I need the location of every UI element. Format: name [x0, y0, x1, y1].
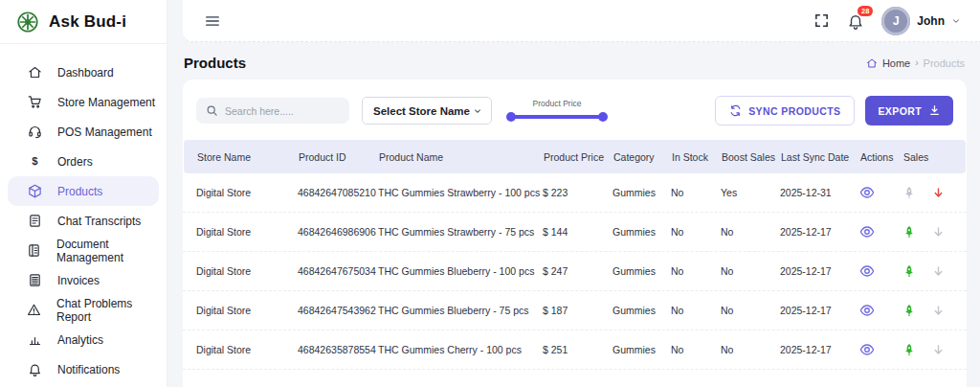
menu-toggle-icon[interactable] — [204, 12, 221, 30]
table-header-row: Store Name Product ID Product Name Produ… — [184, 140, 966, 173]
download-icon — [928, 104, 941, 117]
sidebar-item-label: Orders — [57, 155, 93, 169]
col-in-stock: In Stock — [672, 151, 722, 163]
chevron-down-icon — [473, 106, 482, 116]
export-button[interactable]: EXPORT — [865, 96, 953, 125]
user-menu[interactable]: J John — [881, 7, 961, 35]
cell-category: Gummies — [612, 305, 671, 316]
cell-boost-sales: No — [721, 344, 780, 355]
flower-logo-icon — [15, 10, 40, 34]
sales-down-arrow-icon[interactable] — [932, 226, 945, 239]
cell-product-id: 46842635878554 — [298, 344, 378, 355]
brand-logo[interactable]: Ask Bud-i — [0, 0, 167, 44]
cell-sales — [902, 225, 967, 239]
cell-product-name: THC Gummies Cherry - 100 pcs — [378, 344, 543, 355]
sales-down-arrow-icon[interactable] — [932, 305, 945, 317]
sales-down-arrow-icon[interactable] — [932, 344, 945, 356]
analytics-icon — [27, 332, 42, 348]
view-product-eye-icon[interactable] — [859, 185, 875, 200]
products-table: Store Name Product ID Product Name Produ… — [183, 140, 967, 370]
boost-rocket-icon[interactable] — [902, 225, 916, 239]
boost-rocket-icon[interactable] — [902, 343, 916, 356]
col-last-sync-date: Last Sync Date — [781, 151, 860, 163]
breadcrumb: Home › Products — [866, 57, 965, 69]
notifications-bell[interactable]: 28 — [847, 12, 864, 30]
store-select-value: Select Store Name — [373, 105, 470, 117]
cell-store-name: Digital Store — [183, 344, 298, 355]
cell-last-sync-date: 2025-12-17 — [780, 265, 859, 277]
sidebar-item-label: Dashboard — [57, 66, 114, 80]
sidebar-item-dashboard[interactable]: Dashboard — [8, 57, 159, 87]
sidebar-item-label: Chat Transcripts — [57, 215, 141, 228]
cell-actions — [859, 263, 902, 279]
sidebar-item-document-management[interactable]: Document Management — [8, 236, 159, 265]
view-product-eye-icon[interactable] — [859, 303, 875, 318]
price-slider-label: Product Price — [508, 99, 606, 108]
cell-store-name: Digital Store — [183, 187, 298, 198]
cell-boost-sales: Yes — [721, 187, 780, 198]
cell-last-sync-date: 2025-12-31 — [780, 187, 859, 198]
cell-store-name: Digital Store — [183, 265, 298, 277]
fullscreen-icon[interactable] — [813, 12, 830, 29]
sales-down-arrow-icon[interactable] — [932, 187, 945, 199]
bell-icon — [27, 362, 42, 377]
notification-count-badge: 28 — [858, 6, 873, 17]
view-product-eye-icon[interactable] — [859, 224, 875, 239]
boost-rocket-icon[interactable] — [902, 304, 916, 317]
sidebar-item-orders[interactable]: $ Orders — [8, 147, 159, 176]
app-root: Ask Bud-i Dashboard Store Management POS… — [0, 0, 980, 387]
col-boost-sales: Boost Sales — [722, 151, 781, 163]
home-icon — [27, 65, 42, 80]
sidebar-item-analytics[interactable]: Analytics — [8, 325, 159, 354]
sync-products-label: SYNC PRODUCTS — [748, 105, 840, 117]
cell-in-stock: No — [671, 187, 721, 198]
sidebar-item-store-management[interactable]: Store Management — [8, 87, 159, 117]
cell-sales — [902, 186, 967, 199]
table-row: Digital Store 46842647085210 THC Gummies… — [183, 173, 967, 213]
breadcrumb-home-link[interactable]: Home — [882, 57, 910, 69]
sales-down-arrow-icon[interactable] — [932, 265, 945, 278]
page-header: Products Home › Products — [167, 42, 980, 80]
sidebar-nav: Dashboard Store Management POS Managemen… — [0, 44, 167, 384]
chevron-down-icon — [951, 16, 961, 26]
sidebar-item-notifications[interactable]: Notifications — [8, 354, 159, 384]
sidebar-item-label: Chat Problems Report — [56, 297, 159, 324]
cell-product-name: THC Gummies Strawberry - 75 pcs — [378, 226, 543, 238]
cell-last-sync-date: 2025-12-17 — [780, 226, 859, 238]
cell-in-stock: No — [671, 305, 721, 316]
store-name-select[interactable]: Select Store Name — [362, 97, 492, 125]
sidebar-item-chat-problems-report[interactable]: Chat Problems Report — [8, 295, 159, 325]
boost-rocket-icon[interactable] — [902, 186, 916, 199]
cell-product-id: 46842646986906 — [298, 226, 378, 238]
cell-in-stock: No — [671, 344, 721, 355]
cell-actions — [859, 224, 902, 239]
cell-category: Gummies — [612, 226, 671, 238]
view-product-eye-icon[interactable] — [859, 342, 875, 357]
view-product-eye-icon[interactable] — [859, 263, 875, 279]
avatar: J — [881, 7, 910, 35]
cell-sales — [902, 264, 967, 278]
cart-icon — [27, 95, 42, 110]
slider-handle-max[interactable] — [598, 112, 608, 122]
cell-store-name: Digital Store — [183, 305, 298, 316]
chat-doc-icon — [27, 214, 42, 229]
sidebar-item-chat-transcripts[interactable]: Chat Transcripts — [8, 206, 159, 236]
cell-store-name: Digital Store — [183, 226, 298, 238]
cell-category: Gummies — [612, 344, 671, 355]
search-input[interactable] — [225, 105, 340, 117]
search-box — [196, 98, 349, 124]
slider-handle-min[interactable] — [506, 112, 516, 122]
col-product-price: Product Price — [544, 151, 613, 163]
sidebar-item-products[interactable]: Products — [8, 176, 159, 206]
breadcrumb-current: Products — [924, 57, 965, 69]
sidebar-item-pos-management[interactable]: POS Management — [8, 117, 159, 147]
cell-sales — [902, 343, 967, 356]
slider-track[interactable] — [508, 115, 606, 119]
boost-rocket-icon[interactable] — [902, 264, 916, 278]
main-area: 28 J John Products Home › Products — [167, 0, 980, 387]
cell-actions — [859, 185, 902, 200]
sidebar-item-invoices[interactable]: Invoices — [8, 265, 159, 295]
sidebar-item-label: Products — [57, 185, 102, 198]
sync-products-button[interactable]: SYNC PRODUCTS — [715, 96, 855, 125]
cell-product-id: 46842647543962 — [298, 305, 378, 316]
